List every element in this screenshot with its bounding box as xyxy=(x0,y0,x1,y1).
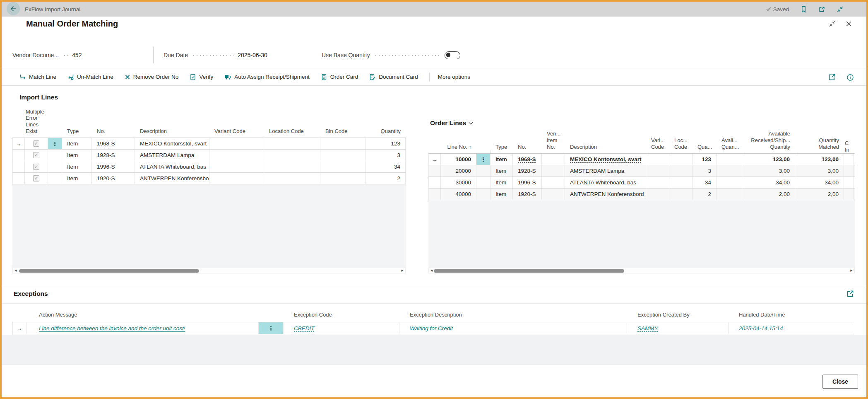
cell-quantity-matched[interactable]: 3,00 xyxy=(795,165,844,177)
cell-description[interactable]: ATLANTA Whiteboard, bas xyxy=(135,161,209,172)
cell-bin-code[interactable] xyxy=(320,150,366,161)
bookmark-icon[interactable] xyxy=(800,5,807,13)
exception-row[interactable]: → Line difference between the invoice an… xyxy=(12,322,854,334)
cell-available-received[interactable]: 34,00 xyxy=(742,177,795,188)
cell-variant-code[interactable] xyxy=(209,161,264,172)
col-bin-code[interactable]: Bin Code xyxy=(320,128,366,138)
cell-quantity[interactable]: 34 xyxy=(366,161,406,172)
cell-quantity[interactable]: 123 xyxy=(692,154,717,165)
cell-location-code[interactable] xyxy=(669,189,692,200)
cell-action-message[interactable]: Line difference between the invoice and … xyxy=(26,322,259,334)
match-line-button[interactable]: Match Line xyxy=(19,74,56,80)
remove-order-no-button[interactable]: Remove Order No xyxy=(125,74,179,80)
scroll-right-arrow[interactable]: ▶ xyxy=(400,268,405,273)
cell-type[interactable]: Item xyxy=(491,154,513,165)
verify-button[interactable]: Verify xyxy=(190,74,213,80)
cell-variant-code[interactable] xyxy=(646,154,669,165)
cell-bin-code[interactable] xyxy=(320,161,366,172)
cell-vendor-item-no[interactable] xyxy=(542,154,565,165)
share-icon[interactable] xyxy=(828,73,836,81)
col-exception-created-by[interactable]: Exception Created By xyxy=(627,312,729,322)
import-row[interactable]: ✓ Item 1920-S ANTWERPEN Konferensbord 2 xyxy=(12,173,406,184)
cell-bin-code[interactable] xyxy=(320,138,366,149)
order-card-button[interactable]: Order Card xyxy=(321,74,358,80)
cell-exception-description[interactable]: Waiting for Credit xyxy=(399,322,627,334)
cell-type[interactable]: Item xyxy=(491,177,513,188)
col-exception-code[interactable]: Exception Code xyxy=(284,312,399,322)
cell-location-code[interactable] xyxy=(669,154,692,165)
import-row-selected[interactable]: → ✓ ⋮ Item 1968-S MEXICO Kontorsstol, sv… xyxy=(12,138,406,150)
cell-exception-created-by[interactable]: SAMMY xyxy=(627,322,729,334)
order-row-selected[interactable]: → 10000 ⋮ Item 1968-S MEXICO Kontorsstol… xyxy=(428,154,855,165)
cell-variant-code[interactable] xyxy=(646,165,669,177)
cell-variant-code[interactable] xyxy=(209,150,264,161)
col-multiple-error-lines-exist[interactable]: Multiple Error Lines Exist xyxy=(25,109,48,138)
vendor-document-value[interactable]: 452 xyxy=(72,52,82,58)
cell-vendor-item-no[interactable] xyxy=(542,165,565,177)
col-no[interactable]: No. xyxy=(92,128,135,138)
col-quantity[interactable]: Qua... xyxy=(692,144,717,153)
cell-no[interactable]: 1920-S xyxy=(92,173,135,184)
cell-description[interactable]: MEXICO Kontorsstol, svart xyxy=(565,154,646,165)
cell-variant-code[interactable] xyxy=(646,177,669,188)
use-base-quantity-toggle[interactable] xyxy=(445,51,460,59)
cell-quantity[interactable]: 3 xyxy=(366,150,406,161)
cell-quantity[interactable]: 2 xyxy=(692,189,717,200)
auto-assign-button[interactable]: Auto Assign Receipt/Shipment xyxy=(224,73,310,80)
import-horizontal-scrollbar[interactable]: ◀ ▶ xyxy=(12,268,406,273)
cell-location-code[interactable] xyxy=(264,138,320,149)
cell-vendor-item-no[interactable] xyxy=(542,189,565,200)
col-quantity-matched[interactable]: Quantity Matched xyxy=(795,137,844,153)
info-icon[interactable] xyxy=(846,74,854,81)
col-variant-code[interactable]: Vari... Code xyxy=(646,137,669,153)
cell-available-received[interactable]: 3,00 xyxy=(742,165,795,177)
cell-avail-quantity[interactable] xyxy=(717,189,742,200)
back-button[interactable] xyxy=(7,2,20,15)
scroll-left-arrow[interactable]: ◀ xyxy=(13,268,18,273)
cell-no[interactable]: 1996-S xyxy=(513,177,542,188)
scrollbar-thumb[interactable] xyxy=(19,269,199,273)
cell-line-no[interactable]: 40000 xyxy=(441,189,476,200)
col-location-code[interactable]: Loc... Code xyxy=(669,137,692,153)
cell-bin-code[interactable] xyxy=(320,173,366,184)
due-date-value[interactable]: 2025-06-30 xyxy=(238,52,267,58)
col-available-received-shipped-quantity[interactable]: Available Received/Ship... Quantity xyxy=(742,131,795,153)
order-row[interactable]: 20000 Item 1928-S AMSTERDAM Lampa 3 3,00… xyxy=(428,165,855,177)
close-dialog-icon[interactable] xyxy=(845,20,852,27)
cell-quantity-matched[interactable]: 2,00 xyxy=(795,189,844,200)
cell-description[interactable]: AMSTERDAM Lampa xyxy=(565,165,646,177)
cell-available-received[interactable]: 2,00 xyxy=(742,189,795,200)
scroll-right-arrow[interactable]: ▶ xyxy=(849,268,854,273)
close-button[interactable]: Close xyxy=(822,375,858,389)
col-quantity[interactable]: Quantity xyxy=(366,128,406,138)
row-menu-button[interactable]: ⋮ xyxy=(48,138,62,149)
share-icon[interactable] xyxy=(846,290,854,298)
cell-exception-code[interactable]: CBEDIT xyxy=(284,322,399,334)
open-in-new-window-icon[interactable] xyxy=(818,5,825,13)
import-row[interactable]: ✓ Item 1928-S AMSTERDAM Lampa 3 xyxy=(12,150,406,161)
order-row[interactable]: 30000 Item 1996-S ATLANTA Whiteboard, ba… xyxy=(428,177,855,189)
cell-avail-quantity[interactable] xyxy=(717,154,742,165)
cell-no[interactable]: 1996-S xyxy=(92,161,135,172)
cell-type[interactable]: Item xyxy=(491,165,513,177)
cell-location-code[interactable] xyxy=(264,161,320,172)
col-avail-quantity[interactable]: Avail... Quan... xyxy=(717,137,742,153)
cell-location-code[interactable] xyxy=(669,165,692,177)
cell-description[interactable]: MEXICO Kontorsstol, svart xyxy=(135,138,209,149)
collapse-icon[interactable] xyxy=(836,5,844,13)
col-no[interactable]: No. xyxy=(513,144,542,153)
cell-location-code[interactable] xyxy=(264,173,320,184)
col-location-code[interactable]: Location Code xyxy=(264,128,320,138)
cell-no[interactable]: 1920-S xyxy=(513,189,542,200)
cell-quantity[interactable]: 3 xyxy=(692,165,717,177)
more-options-button[interactable]: More options xyxy=(438,74,470,80)
row-menu-button[interactable]: ⋮ xyxy=(476,154,491,165)
cell-quantity-matched[interactable]: 34,00 xyxy=(795,177,844,188)
cell-line-no[interactable]: 10000 xyxy=(441,154,476,165)
cell-description[interactable]: ANTWERPEN Konferensbord xyxy=(135,173,209,184)
col-variant-code[interactable]: Variant Code xyxy=(209,128,264,138)
cell-type[interactable]: Item xyxy=(62,161,92,172)
cell-no[interactable]: 1928-S xyxy=(513,165,542,177)
cell-avail-quantity[interactable] xyxy=(717,177,742,188)
cell-line-no[interactable]: 30000 xyxy=(441,177,476,188)
